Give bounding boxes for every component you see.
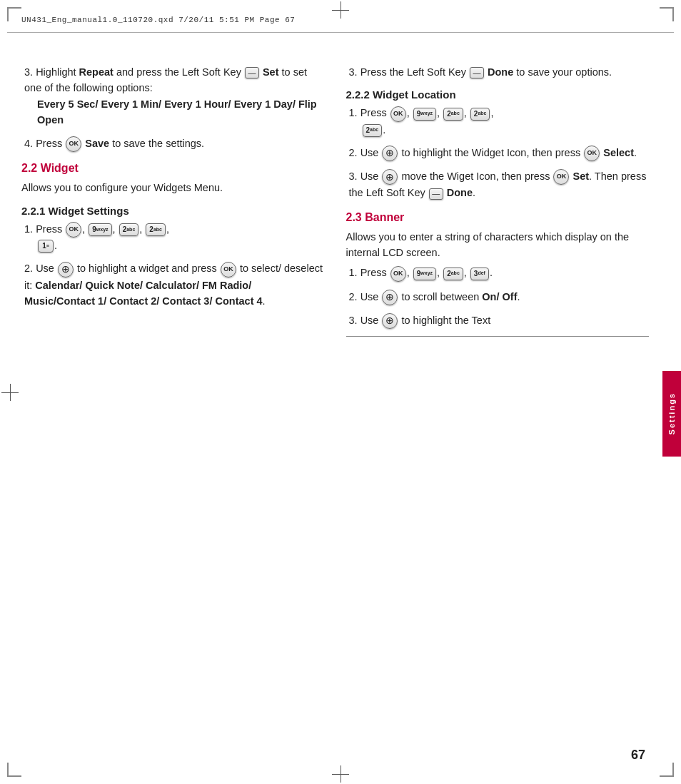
page-number: 67 [631, 748, 645, 763]
s222-item3-text2: move the Wiget Icon, then press [401, 170, 550, 182]
s222-item-2: 2. Use ⊕ to highlight the Widget Icon, t… [346, 145, 650, 161]
s221-item2-text2: to highlight a widget and press [77, 263, 217, 274]
left-item4-text1: Press [36, 138, 62, 149]
ok-key-icon-3: OK [221, 262, 236, 278]
bottom-divider [346, 336, 650, 337]
s222-item2-text2: to highlight the Widget Icon, then press [401, 147, 580, 158]
left-soft-key-icon-2: ― [470, 67, 484, 78]
nav-key-icon-2: ⊕ [382, 146, 398, 161]
s221-item1-text: Press [36, 223, 62, 235]
ok-key-icon-2: OK [66, 222, 81, 238]
left-item3-intro: Highlight [36, 66, 79, 78]
s222-item1-text: Press [360, 107, 387, 118]
reg-mark-bottom [332, 765, 349, 783]
ok-key-icon-6: OK [553, 169, 569, 185]
left-item3-options: Every 5 Sec/ Every 1 Min/ Every 1 Hour/ … [24, 96, 325, 128]
right-item3-text2: to save your options. [513, 66, 612, 78]
left-item4-bold: Save [85, 138, 109, 149]
s221-item2-period: . [263, 295, 266, 307]
left-item4-text2: to save the settings. [109, 138, 204, 149]
right-item-3: 3. Press the Left Soft Key ― Done to sav… [346, 64, 650, 80]
left-item-4: 4. Press OK Save to save the settings. [21, 136, 325, 152]
2abc-key-icon-3: 2abc [443, 108, 463, 121]
9wxyz-key-icon-1: 9wxyz [89, 223, 111, 236]
main-content: 3. Highlight Repeat and press the Left S… [21, 43, 649, 741]
right-item3-bold: Done [488, 66, 513, 78]
1-key-icon-1: 1≡ [38, 240, 54, 253]
left-soft-key-icon-3: ― [429, 188, 443, 200]
section-22-desc: Allows you to configure your Widgets Men… [21, 180, 325, 196]
s222-item-3: 3. Use ⊕ move the Wiget Icon, then press… [346, 168, 650, 201]
s23-item1-text: Press [360, 267, 387, 278]
section-221-heading: 2.2.1 Widget Settings [21, 205, 325, 217]
left-item3-bold: Repeat [79, 66, 113, 78]
s23-item-2: 2. Use ⊕ to scroll between On/ Off. [346, 289, 650, 305]
section-22-heading: 2.2 Widget [21, 162, 325, 175]
corner-mark-bl [7, 763, 21, 777]
s23-item2-period: . [517, 291, 520, 302]
nav-key-icon-3: ⊕ [382, 169, 398, 185]
ok-key-icon-5: OK [584, 146, 600, 161]
right-item3-text1: Press the Left Soft Key [360, 66, 466, 78]
section-23-heading: 2.3 Banner [346, 211, 650, 224]
9wxyz-key-icon-2: 9wxyz [413, 108, 436, 121]
s222-item2-period: . [634, 147, 637, 158]
corner-mark-br [660, 763, 674, 777]
s23-item2-text1: Use [360, 291, 379, 302]
s23-item-1: 1. Press OK, 9wxyz, 2abc, 3def. [346, 265, 650, 281]
nav-key-icon-1: ⊕ [58, 262, 74, 278]
s23-item3-text2: to highlight the Text [401, 315, 490, 326]
right-column: 3. Press the Left Soft Key ― Done to sav… [346, 43, 650, 741]
ok-key-icon-7: OK [390, 266, 406, 282]
left-item3-set: Set [263, 66, 279, 78]
section-23-desc: Allows you to enter a string of characte… [346, 230, 650, 261]
s222-item3-period: . [473, 187, 475, 198]
s221-item-2: 2. Use ⊕ to highlight a widget and press… [21, 260, 325, 309]
left-column: 3. Highlight Repeat and press the Left S… [21, 43, 325, 741]
s222-item3-bold1: Set [572, 170, 589, 182]
ok-key-icon-4: OK [390, 106, 406, 122]
2abc-key-icon-1: 2abc [119, 223, 139, 236]
9wxyz-key-icon-3: 9wxyz [413, 268, 436, 280]
s23-item2-text2: to scroll between [401, 291, 482, 302]
2abc-key-icon-6: 2abc [443, 268, 463, 280]
left-item-3: 3. Highlight Repeat and press the Left S… [21, 64, 325, 128]
2abc-key-icon-4: 2abc [470, 108, 490, 121]
section-222-heading: 2.2.2 Widget Location [346, 88, 650, 101]
nav-key-icon-4: ⊕ [382, 290, 398, 305]
nav-key-icon-5: ⊕ [382, 313, 398, 329]
s222-item3-bold2: Done [447, 187, 473, 198]
s23-item-3: 3. Use ⊕ to highlight the Text [346, 312, 650, 329]
2abc-key-icon-5: 2abc [363, 124, 383, 137]
s221-item2-bold: Calendar/ Quick Note/ Calculator/ FM Rad… [24, 280, 263, 307]
s222-item-1: 1. Press OK, 9wxyz, 2abc, 2abc, 2abc. [346, 105, 650, 138]
ok-key-icon-1: OK [66, 136, 81, 152]
header-text: UN431_Eng_manual1.0_110720.qxd 7/20/11 5… [21, 16, 295, 24]
3def-key-icon-1: 3def [470, 268, 489, 280]
header: UN431_Eng_manual1.0_110720.qxd 7/20/11 5… [7, 7, 674, 33]
settings-tab-label: Settings [667, 392, 676, 434]
s221-item2-text1: Use [36, 263, 54, 274]
left-soft-key-icon-1: ― [245, 67, 259, 78]
s222-item2-bold: Select [603, 147, 634, 158]
s222-item3-text1: Use [360, 170, 379, 182]
left-item3-text1: and press the Left Soft Key [113, 66, 241, 78]
s221-item-1: 1. Press OK, 9wxyz, 2abc, 2abc, 1≡. [21, 221, 325, 254]
s23-item3-text1: Use [360, 315, 379, 326]
s222-item2-text1: Use [360, 147, 379, 158]
2abc-key-icon-2: 2abc [146, 223, 166, 236]
s23-item2-bold: On/ Off [482, 291, 517, 302]
reg-mark-left [1, 384, 19, 401]
settings-tab: Settings [662, 371, 681, 457]
